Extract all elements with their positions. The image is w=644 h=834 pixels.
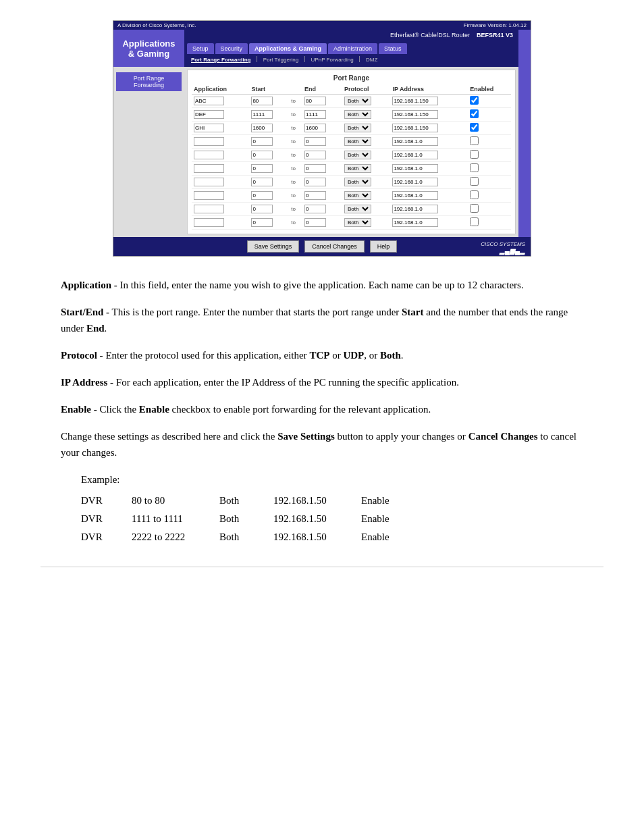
start-input[interactable] bbox=[251, 218, 273, 227]
start-input[interactable] bbox=[251, 124, 273, 132]
tab-setup[interactable]: Setup bbox=[187, 43, 214, 54]
row-app[interactable] bbox=[192, 162, 249, 176]
row-app[interactable] bbox=[192, 216, 249, 230]
protocol-select[interactable]: BothTCPUDP bbox=[344, 191, 371, 200]
enabled-checkbox[interactable] bbox=[470, 190, 479, 199]
ip-input[interactable] bbox=[392, 164, 438, 173]
start-input[interactable] bbox=[251, 97, 273, 105]
row-enabled[interactable] bbox=[468, 203, 511, 216]
ip-input[interactable] bbox=[392, 218, 438, 227]
row-protocol[interactable]: BothTCPUDP bbox=[342, 108, 390, 122]
start-input[interactable] bbox=[251, 178, 273, 186]
enabled-checkbox[interactable] bbox=[470, 109, 479, 118]
row-protocol[interactable]: BothTCPUDP bbox=[342, 203, 390, 216]
save-settings-button[interactable]: Save Settings bbox=[247, 240, 300, 253]
row-ip[interactable] bbox=[390, 189, 468, 203]
protocol-select[interactable]: BothTCPUDP bbox=[344, 205, 371, 213]
row-enabled[interactable] bbox=[468, 149, 511, 162]
row-protocol[interactable]: BothTCPUDP bbox=[342, 149, 390, 162]
subtab-upnp[interactable]: UPnP Forwarding bbox=[307, 55, 358, 64]
row-enabled[interactable] bbox=[468, 162, 511, 176]
row-start[interactable] bbox=[249, 95, 289, 108]
row-enabled[interactable] bbox=[468, 95, 511, 108]
row-app[interactable] bbox=[192, 95, 249, 108]
row-ip[interactable] bbox=[390, 176, 468, 189]
protocol-select[interactable]: BothTCPUDP bbox=[344, 164, 371, 173]
enabled-checkbox[interactable] bbox=[470, 177, 479, 186]
row-start[interactable] bbox=[249, 189, 289, 203]
help-button[interactable]: Help bbox=[370, 240, 398, 253]
row-protocol[interactable]: BothTCPUDP bbox=[342, 216, 390, 230]
protocol-select[interactable]: BothTCPUDP bbox=[344, 124, 371, 132]
row-app[interactable] bbox=[192, 135, 249, 149]
protocol-select[interactable]: BothTCPUDP bbox=[344, 110, 371, 119]
row-ip[interactable] bbox=[390, 162, 468, 176]
ip-input[interactable] bbox=[392, 151, 438, 159]
start-input[interactable] bbox=[251, 151, 273, 159]
protocol-select[interactable]: BothTCPUDP bbox=[344, 178, 371, 186]
row-enabled[interactable] bbox=[468, 216, 511, 230]
row-ip[interactable] bbox=[390, 95, 468, 108]
row-end[interactable] bbox=[302, 95, 342, 108]
app-input[interactable] bbox=[194, 178, 224, 186]
tab-security[interactable]: Security bbox=[215, 43, 248, 54]
app-input[interactable] bbox=[194, 191, 224, 200]
cancel-changes-button[interactable]: Cancel Changes bbox=[304, 240, 365, 253]
app-input[interactable] bbox=[194, 218, 224, 227]
row-enabled[interactable] bbox=[468, 108, 511, 122]
ip-input[interactable] bbox=[392, 178, 438, 186]
app-input[interactable] bbox=[194, 124, 224, 132]
row-end[interactable] bbox=[302, 122, 342, 135]
enabled-checkbox[interactable] bbox=[470, 217, 479, 226]
row-end[interactable] bbox=[302, 203, 342, 216]
row-start[interactable] bbox=[249, 149, 289, 162]
start-input[interactable] bbox=[251, 110, 273, 119]
start-input[interactable] bbox=[251, 164, 273, 173]
app-input[interactable] bbox=[194, 164, 224, 173]
ip-input[interactable] bbox=[392, 124, 438, 132]
row-app[interactable] bbox=[192, 149, 249, 162]
protocol-select[interactable]: BothTCPUDP bbox=[344, 151, 371, 159]
row-app[interactable] bbox=[192, 122, 249, 135]
row-start[interactable] bbox=[249, 108, 289, 122]
protocol-select[interactable]: BothTCPUDP bbox=[344, 218, 371, 227]
row-enabled[interactable] bbox=[468, 189, 511, 203]
row-ip[interactable] bbox=[390, 216, 468, 230]
row-ip[interactable] bbox=[390, 122, 468, 135]
start-input[interactable] bbox=[251, 191, 273, 200]
tab-status[interactable]: Status bbox=[379, 43, 407, 54]
tab-administration[interactable]: Administration bbox=[328, 43, 377, 54]
row-ip[interactable] bbox=[390, 203, 468, 216]
row-start[interactable] bbox=[249, 122, 289, 135]
row-end[interactable] bbox=[302, 162, 342, 176]
app-input[interactable] bbox=[194, 110, 224, 119]
row-end[interactable] bbox=[302, 216, 342, 230]
enabled-checkbox[interactable] bbox=[470, 136, 479, 145]
ip-input[interactable] bbox=[392, 205, 438, 213]
row-protocol[interactable]: BothTCPUDP bbox=[342, 176, 390, 189]
row-app[interactable] bbox=[192, 189, 249, 203]
tab-applications[interactable]: Applications & Gaming bbox=[249, 43, 327, 54]
row-app[interactable] bbox=[192, 176, 249, 189]
row-ip[interactable] bbox=[390, 135, 468, 149]
row-protocol[interactable]: BothTCPUDP bbox=[342, 122, 390, 135]
app-input[interactable] bbox=[194, 97, 224, 105]
app-input[interactable] bbox=[194, 137, 224, 146]
app-input[interactable] bbox=[194, 205, 224, 213]
protocol-select[interactable]: BothTCPUDP bbox=[344, 137, 371, 146]
row-end[interactable] bbox=[302, 108, 342, 122]
row-ip[interactable] bbox=[390, 149, 468, 162]
row-app[interactable] bbox=[192, 108, 249, 122]
row-enabled[interactable] bbox=[468, 135, 511, 149]
start-input[interactable] bbox=[251, 205, 273, 213]
row-protocol[interactable]: BothTCPUDP bbox=[342, 95, 390, 108]
ip-input[interactable] bbox=[392, 110, 438, 119]
end-input[interactable] bbox=[304, 137, 326, 146]
row-app[interactable] bbox=[192, 203, 249, 216]
end-input[interactable] bbox=[304, 191, 326, 200]
row-end[interactable] bbox=[302, 135, 342, 149]
end-input[interactable] bbox=[304, 151, 326, 159]
sidebar-port-range-button[interactable]: Port Range Forwarding bbox=[116, 72, 182, 91]
enabled-checkbox[interactable] bbox=[470, 96, 479, 105]
enabled-checkbox[interactable] bbox=[470, 150, 479, 159]
